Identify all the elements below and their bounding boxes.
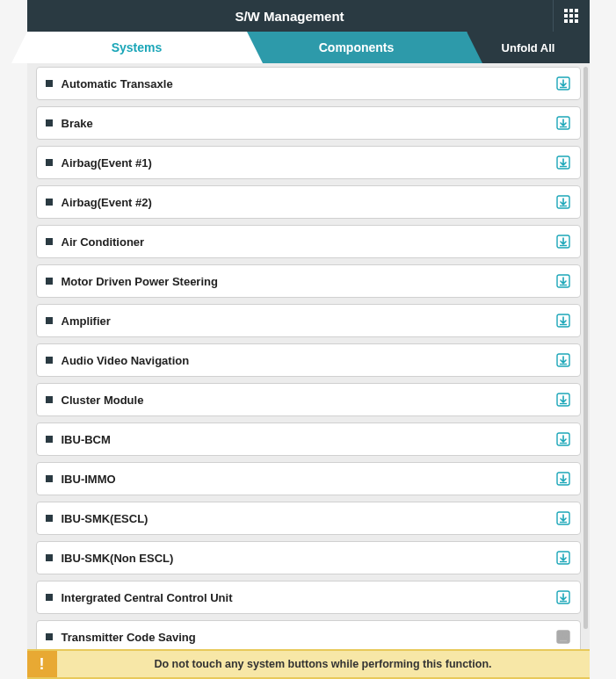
svg-rect-7 [569, 19, 573, 23]
system-row[interactable]: Air Conditioner [36, 225, 581, 258]
app-window: S/W Management Systems Components Unfold… [27, 0, 590, 679]
grid-icon [564, 9, 578, 23]
download-icon[interactable] [555, 510, 571, 526]
download-icon[interactable] [555, 352, 571, 368]
system-row-label: Brake [62, 117, 555, 130]
system-row[interactable]: Automatic Transaxle [36, 67, 581, 100]
system-row-label: IBU-SMK(ESCL) [62, 512, 555, 525]
system-row-label: IBU-IMMO [62, 473, 555, 486]
download-icon[interactable] [555, 155, 571, 170]
system-row-label: Airbag(Event #1) [62, 156, 555, 170]
download-icon[interactable] [555, 392, 571, 408]
system-row-label: Intergrated Central Control Unit [62, 591, 555, 604]
system-row[interactable]: Amplifier [36, 304, 581, 337]
svg-rect-6 [564, 19, 568, 23]
system-row[interactable]: IBU-SMK(ESCL) [36, 502, 581, 535]
system-row[interactable]: Transmitter Code Saving [36, 620, 581, 649]
system-row[interactable]: IBU-IMMO [36, 462, 581, 495]
svg-rect-4 [569, 14, 573, 18]
bullet-icon [46, 594, 53, 601]
system-row-label: Audio Video Navigation [62, 354, 555, 367]
bullet-icon [46, 475, 53, 482]
tab-components[interactable]: Components [247, 32, 467, 63]
system-row-label: Amplifier [62, 314, 555, 328]
bullet-icon [46, 357, 53, 364]
apps-grid-button[interactable] [553, 0, 590, 32]
svg-rect-1 [569, 9, 573, 12]
download-icon[interactable] [555, 115, 571, 131]
system-row[interactable]: Airbag(Event #2) [36, 185, 581, 219]
download-icon[interactable] [555, 431, 571, 447]
system-row[interactable]: Motor Driven Power Steering [36, 264, 581, 298]
bullet-icon [46, 80, 53, 87]
system-row-label: Transmitter Code Saving [62, 631, 555, 644]
warning-text: Do not touch any system buttons while pe… [57, 658, 590, 670]
system-row-label: Air Conditioner [62, 235, 555, 249]
download-icon[interactable] [555, 550, 571, 566]
system-row-label: IBU-BCM [62, 433, 555, 446]
bullet-icon [46, 317, 53, 324]
system-row-label: Cluster Module [62, 394, 555, 407]
system-row[interactable]: Brake [36, 106, 581, 140]
system-row[interactable]: Intergrated Central Control Unit [36, 581, 581, 614]
system-row-label: Motor Driven Power Steering [62, 275, 555, 288]
unfold-all-button[interactable]: Unfold All [467, 32, 590, 63]
scrollbar[interactable] [583, 67, 588, 629]
tab-bar: Systems Components Unfold All [27, 32, 590, 63]
download-icon[interactable] [555, 273, 571, 289]
page-title: S/W Management [27, 9, 553, 24]
svg-rect-2 [575, 9, 578, 12]
system-row[interactable]: IBU-SMK(Non ESCL) [36, 541, 581, 574]
svg-rect-8 [575, 19, 578, 23]
download-icon[interactable] [555, 313, 571, 329]
bullet-icon [46, 119, 53, 126]
download-icon[interactable] [555, 589, 571, 605]
bullet-icon [46, 633, 53, 640]
tab-systems[interactable]: Systems [27, 32, 247, 63]
download-icon[interactable] [555, 76, 571, 91]
bullet-icon [46, 278, 53, 285]
warning-bar: ! Do not touch any system buttons while … [27, 649, 590, 679]
bullet-icon [46, 436, 53, 443]
system-row-label: Airbag(Event #2) [62, 196, 555, 209]
system-row[interactable]: Audio Video Navigation [36, 343, 581, 377]
svg-rect-0 [564, 9, 568, 12]
system-row[interactable]: Cluster Module [36, 383, 581, 416]
system-row-label: IBU-SMK(Non ESCL) [62, 552, 555, 565]
title-bar: S/W Management [27, 0, 590, 32]
warning-icon: ! [27, 651, 57, 677]
download-icon[interactable] [555, 194, 571, 210]
svg-rect-3 [564, 14, 568, 18]
bullet-icon [46, 396, 53, 403]
download-icon[interactable] [555, 471, 571, 487]
download-icon[interactable] [555, 234, 571, 249]
svg-rect-5 [575, 14, 578, 18]
bullet-icon [46, 238, 53, 245]
upload-icon[interactable] [555, 629, 571, 645]
system-row[interactable]: Airbag(Event #1) [36, 146, 581, 179]
bullet-icon [46, 554, 53, 561]
bullet-icon [46, 515, 53, 522]
bullet-icon [46, 159, 53, 166]
bullet-icon [46, 199, 53, 206]
system-row-label: Automatic Transaxle [62, 77, 555, 90]
systems-list[interactable]: Automatic Transaxle Brake Airbag(Event #… [27, 63, 590, 649]
system-row[interactable]: IBU-BCM [36, 423, 581, 456]
